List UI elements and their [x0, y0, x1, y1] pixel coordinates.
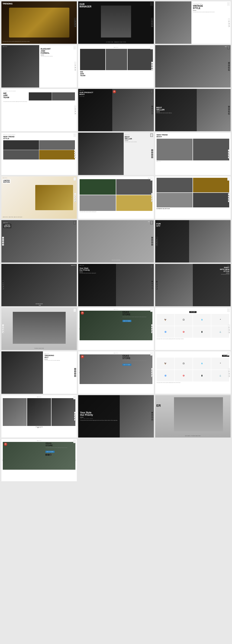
share-icon[interactable]: ↑ [228, 193, 230, 195]
heart-icon[interactable]: ♥ [228, 196, 230, 198]
slide-31-arrow-right[interactable]: › [75, 459, 76, 461]
zoom-icon[interactable]: ⊕ [151, 198, 153, 200]
slide-26-arrow-left[interactable]: ‹ [79, 371, 80, 374]
zoom-icon[interactable]: ⊕ [228, 373, 230, 375]
heart-icon[interactable]: ♥ [151, 327, 153, 328]
slide-16-actions[interactable]: ↑ ♥ ⊕ ⊗ [2, 237, 4, 246]
link-icon[interactable]: ⊗ [151, 375, 153, 377]
slide-23-actions[interactable]: ↑ ♥ ⊕ ⊗ [151, 324, 153, 333]
link-icon[interactable]: ⊗ [74, 200, 76, 202]
zoom-icon[interactable]: ⊕ [228, 154, 230, 156]
slide-17-actions[interactable]: ↑ ♥ ⊕ ⊗ [151, 237, 153, 246]
link-icon[interactable]: ⊗ [156, 244, 158, 246]
heart-icon[interactable]: ♥ [74, 196, 76, 197]
slide-8-actions[interactable]: ↑ ♥ ⊕ ⊗ [151, 106, 153, 114]
zoom-icon[interactable]: ⊕ [74, 373, 76, 374]
link-icon[interactable]: ⊗ [74, 112, 76, 114]
link-icon[interactable]: ⊗ [156, 288, 158, 290]
heart-icon[interactable]: ♥ [151, 196, 153, 197]
share-icon[interactable]: ↑ [2, 324, 4, 326]
heart-icon[interactable]: ♥ [74, 152, 76, 154]
slide-31-cta[interactable]: GET IT NOW [45, 451, 55, 453]
slide-4-actions[interactable]: ↑ ♥ ⊕ ⊗ [74, 62, 76, 70]
share-icon[interactable]: ↑ [151, 412, 153, 414]
link-icon[interactable]: ⊗ [2, 288, 4, 289]
heart-icon[interactable]: ♥ [151, 414, 153, 416]
slide-10-actions[interactable]: ↑ ♥ ⊕ ⊗ [74, 149, 76, 158]
heart-icon[interactable]: ♥ [156, 283, 158, 285]
share-icon[interactable]: ↑ [74, 106, 76, 108]
heart-icon[interactable]: ♥ [2, 239, 4, 241]
link-icon[interactable]: ⊗ [228, 25, 230, 27]
share-icon[interactable]: ↑ [228, 106, 230, 108]
heart-icon[interactable]: ♥ [228, 327, 230, 329]
zoom-icon[interactable]: ⊕ [2, 285, 4, 287]
heart-icon[interactable]: ♥ [228, 152, 230, 154]
share-icon[interactable]: ↑ [74, 412, 76, 414]
slide-27-actions[interactable]: ↑ ♥ ⊕ ⊗ [228, 368, 230, 377]
facebook-icon[interactable]: f [48, 454, 49, 456]
link-icon[interactable]: ⊗ [74, 156, 76, 158]
zoom-icon[interactable]: ⊕ [74, 66, 76, 68]
slide-12-actions[interactable]: ↑ ♥ ⊕ ⊗ [228, 150, 230, 158]
share-icon[interactable]: ↑ [151, 149, 153, 151]
zoom-icon[interactable]: ⊕ [156, 286, 158, 287]
link-icon[interactable]: ⊗ [151, 112, 153, 114]
link-icon[interactable]: ⊗ [151, 244, 153, 246]
heart-icon[interactable]: ♥ [2, 283, 4, 285]
share-icon[interactable]: ↑ [151, 368, 153, 370]
heart-icon[interactable]: ♥ [74, 108, 76, 110]
slide-2-actions[interactable]: ↑ ♥ ⊕ ⊗ [151, 18, 153, 27]
slide-13-actions[interactable]: ↑ ♥ ⊕ ⊗ [74, 193, 76, 202]
link-icon[interactable]: ⊗ [228, 332, 230, 333]
share-icon[interactable]: ↑ [228, 324, 230, 326]
zoom-icon[interactable]: ⊕ [228, 110, 230, 112]
share-icon[interactable]: ↑ [74, 62, 76, 64]
slide-23-arrow-left[interactable]: ‹ [79, 328, 80, 330]
zoom-icon[interactable]: ⊕ [228, 198, 230, 200]
slide-31-arrow-left[interactable]: ‹ [2, 459, 3, 461]
share-icon[interactable]: ↑ [74, 18, 76, 20]
share-icon[interactable]: ↑ [151, 62, 153, 64]
instagram-icon[interactable]: ◉ [50, 454, 51, 456]
share-icon[interactable]: ↑ [2, 237, 4, 239]
share-icon[interactable]: ↑ [228, 368, 230, 370]
slide-29-actions[interactable]: ↑ ♥ ⊕ ⊗ [151, 412, 153, 420]
link-icon[interactable]: ⊗ [228, 200, 230, 202]
slide-18-actions[interactable]: ↑ ♥ ⊕ ⊗ [156, 237, 158, 246]
heart-icon[interactable]: ♥ [228, 108, 230, 110]
zoom-icon[interactable]: ⊕ [2, 329, 4, 331]
share-icon[interactable]: ↑ [151, 193, 153, 195]
link-icon[interactable]: ⊗ [228, 113, 230, 114]
share-icon[interactable]: ↑ [228, 62, 230, 64]
zoom-icon[interactable]: ⊕ [151, 285, 153, 287]
link-icon[interactable]: ⊗ [151, 200, 153, 202]
zoom-icon[interactable]: ⊕ [151, 110, 153, 112]
heart-icon[interactable]: ♥ [228, 64, 230, 66]
zoom-icon[interactable]: ⊕ [228, 23, 230, 25]
slide-15-actions[interactable]: ↑ ♥ ⊕ ⊗ [228, 193, 230, 202]
share-icon[interactable]: ↑ [151, 280, 153, 282]
zoom-icon[interactable]: ⊕ [74, 198, 76, 200]
zoom-icon[interactable]: ⊕ [228, 67, 230, 68]
slide-26-actions[interactable]: ↑ ♥ ⊕ ⊗ [151, 368, 153, 377]
zoom-icon[interactable]: ⊕ [151, 66, 153, 68]
zoom-icon[interactable]: ⊕ [2, 242, 4, 243]
slide-6-actions[interactable]: ↑ ♥ ⊕ ⊗ [228, 62, 230, 71]
slide-23-cta[interactable]: GET IT NOW [123, 320, 132, 322]
share-icon[interactable]: ↑ [228, 18, 230, 20]
heart-icon[interactable]: ♥ [74, 370, 76, 372]
heart-icon[interactable]: ♥ [151, 64, 153, 66]
heart-icon[interactable]: ♥ [151, 239, 153, 241]
share-icon[interactable]: ↑ [151, 324, 153, 326]
link-icon[interactable]: ⊗ [228, 69, 230, 71]
link-icon[interactable]: ⊗ [2, 244, 4, 246]
heart-icon[interactable]: ♥ [151, 283, 153, 285]
zoom-icon[interactable]: ⊕ [151, 154, 153, 156]
slide-1-actions[interactable]: ↑ ♥ ⊕ ⊗ [74, 18, 76, 27]
slide-26-cta[interactable]: GET IT NOW [123, 364, 132, 366]
zoom-icon[interactable]: ⊕ [228, 329, 230, 331]
slide-24-actions[interactable]: ↑ ♥ ⊕ ⊗ [228, 324, 230, 333]
share-icon[interactable]: ↑ [156, 237, 158, 239]
heart-icon[interactable]: ♥ [228, 20, 230, 22]
